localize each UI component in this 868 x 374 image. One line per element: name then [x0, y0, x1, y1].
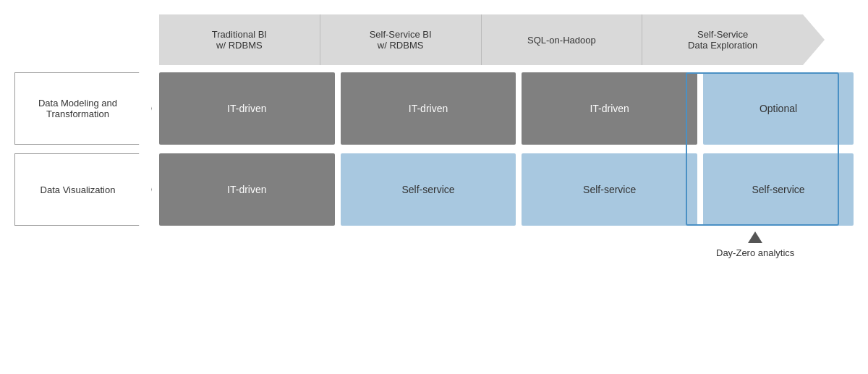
cell-modeling-sql-hadoop: IT-driven	[522, 72, 697, 145]
label-data-modeling: Data Modeling andTransformation	[14, 72, 152, 145]
col-sql-hadoop: SQL-on-Hadoop	[481, 14, 642, 65]
label-data-visualization: Data Visualization	[14, 153, 152, 226]
day-zero-label: Day-Zero analytics	[716, 247, 794, 258]
day-zero-arrow-icon	[748, 231, 762, 243]
arrow-body: Traditional BIw/ RDBMS Self-Service BIw/…	[159, 14, 825, 65]
day-zero-area: Day-Zero analytics	[716, 231, 794, 258]
diagram-container: Traditional BIw/ RDBMS Self-Service BIw/…	[14, 14, 854, 362]
row-data-modeling: Data Modeling andTransformation IT-drive…	[14, 72, 854, 145]
arrow-columns: Traditional BIw/ RDBMS Self-Service BIw/…	[159, 14, 825, 65]
col-selfservice-data: Self-ServiceData Exploration	[642, 14, 803, 65]
rows-area: Data Modeling andTransformation IT-drive…	[14, 72, 854, 226]
cell-modeling-selfservice-bi: IT-driven	[341, 72, 516, 145]
row-data-visualization: Data Visualization IT-driven Self-servic…	[14, 153, 854, 226]
cell-viz-traditional: IT-driven	[159, 153, 335, 226]
col-traditional-bi: Traditional BIw/ RDBMS	[159, 14, 320, 65]
cell-viz-selfservice-bi: Self-service	[341, 153, 516, 226]
cells-data-visualization: IT-driven Self-service Self-service Self…	[159, 153, 854, 226]
cell-modeling-selfservice-data: Optional	[703, 72, 854, 145]
arrow-header: Traditional BIw/ RDBMS Self-Service BIw/…	[159, 14, 825, 65]
cell-viz-sql-hadoop: Self-service	[522, 153, 697, 226]
col-selfservice-bi: Self-Service BIw/ RDBMS	[320, 14, 481, 65]
cell-viz-selfservice-data: Self-service	[703, 153, 854, 226]
cell-modeling-traditional: IT-driven	[159, 72, 335, 145]
cells-data-modeling: IT-driven IT-driven IT-driven Optional	[159, 72, 854, 145]
